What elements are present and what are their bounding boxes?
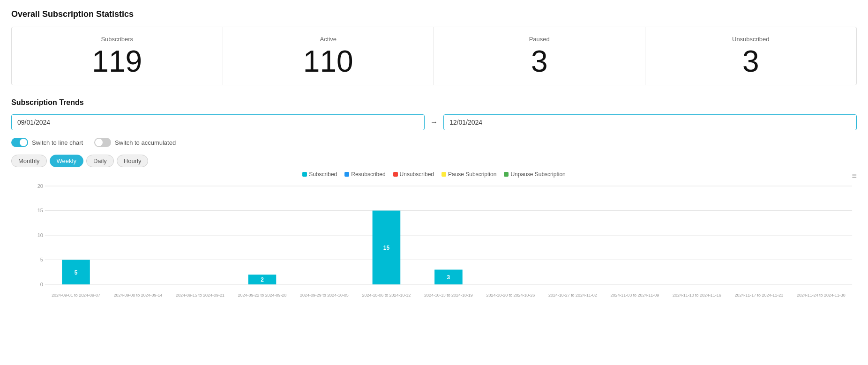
chart-wrapper: Subscribed Resubscribed Unsubscribed Pau… — [11, 171, 857, 313]
toggle-1[interactable] — [94, 138, 111, 147]
svg-text:2024-11-17 to 2024-11-23: 2024-11-17 to 2024-11-23 — [734, 293, 783, 298]
period-btn-weekly[interactable]: Weekly — [50, 155, 83, 167]
legend-label: Resubscribed — [351, 171, 385, 178]
chart-area: 05101520521532024-09-01 to 2024-09-07202… — [11, 181, 857, 313]
svg-text:2: 2 — [261, 276, 264, 283]
section-title: Subscription Trends — [11, 98, 857, 107]
svg-text:3: 3 — [447, 274, 450, 281]
stat-label: Active — [232, 36, 425, 43]
svg-text:2024-10-06 to 2024-10-12: 2024-10-06 to 2024-10-12 — [362, 293, 411, 298]
stat-value: 3 — [655, 46, 847, 76]
svg-text:0: 0 — [40, 282, 43, 287]
svg-text:2024-10-13 to 2024-10-19: 2024-10-13 to 2024-10-19 — [424, 293, 473, 298]
chart-legend: Subscribed Resubscribed Unsubscribed Pau… — [11, 171, 857, 178]
svg-text:5: 5 — [75, 269, 78, 276]
period-btn-daily[interactable]: Daily — [86, 155, 114, 167]
date-range-row: → — [11, 114, 857, 130]
legend-item-resubscribed: Resubscribed — [344, 171, 385, 178]
legend-dot — [344, 172, 349, 177]
toggle-group-1: Switch to accumulated — [94, 138, 176, 147]
start-date-input[interactable] — [11, 114, 425, 130]
svg-text:2024-09-08 to 2024-09-14: 2024-09-08 to 2024-09-14 — [114, 293, 163, 298]
stats-grid: Subscribers 119 Active 110 Paused 3 Unsu… — [11, 27, 857, 85]
end-date-input[interactable] — [443, 114, 857, 130]
legend-item-pause-subscription: Pause Subscription — [441, 171, 496, 178]
legend-item-unsubscribed: Unsubscribed — [393, 171, 434, 178]
chart-svg: 05101520521532024-09-01 to 2024-09-07202… — [28, 181, 857, 298]
svg-text:2024-09-22 to 2024-09-28: 2024-09-22 to 2024-09-28 — [238, 293, 287, 298]
legend-dot — [302, 172, 307, 177]
legend-label: Unpause Subscription — [510, 171, 565, 178]
toggle-group-0: Switch to line chart — [11, 138, 83, 147]
svg-text:2024-11-03 to 2024-11-09: 2024-11-03 to 2024-11-09 — [611, 293, 659, 298]
svg-text:2024-11-24 to 2024-11-30: 2024-11-24 to 2024-11-30 — [797, 293, 846, 298]
svg-text:2024-09-29 to 2024-10-05: 2024-09-29 to 2024-10-05 — [300, 293, 349, 298]
svg-text:2024-09-01 to 2024-09-07: 2024-09-01 to 2024-09-07 — [52, 293, 100, 298]
svg-text:20: 20 — [37, 183, 43, 189]
svg-text:2024-10-20 to 2024-10-26: 2024-10-20 to 2024-10-26 — [486, 293, 535, 298]
svg-text:2024-10-27 to 2024-11-02: 2024-10-27 to 2024-11-02 — [548, 293, 597, 298]
stat-card-subscribers: Subscribers 119 — [12, 27, 223, 85]
period-btn-hourly[interactable]: Hourly — [117, 155, 149, 167]
stat-value: 110 — [232, 46, 425, 76]
stat-value: 119 — [21, 46, 213, 76]
svg-text:2024-09-15 to 2024-09-21: 2024-09-15 to 2024-09-21 — [176, 293, 224, 298]
legend-dot — [393, 172, 398, 177]
svg-text:5: 5 — [40, 257, 43, 262]
svg-text:2024-11-10 to 2024-11-16: 2024-11-10 to 2024-11-16 — [673, 293, 721, 298]
period-buttons: MonthlyWeeklyDailyHourly — [11, 155, 857, 167]
stat-value: 3 — [443, 46, 636, 76]
stat-card-unsubscribed: Unsubscribed 3 — [645, 27, 857, 85]
svg-text:15: 15 — [383, 245, 390, 251]
legend-item-unpause-subscription: Unpause Subscription — [504, 171, 565, 178]
controls-row: Switch to line chart Switch to accumulat… — [11, 138, 857, 147]
toggle-label-1: Switch to accumulated — [115, 139, 176, 146]
chart-menu-icon[interactable]: ≡ — [852, 171, 857, 181]
stat-card-active: Active 110 — [223, 27, 434, 85]
toggle-label-0: Switch to line chart — [32, 139, 83, 146]
toggle-0[interactable] — [11, 138, 28, 147]
page-title: Overall Subscription Statistics — [11, 9, 857, 19]
period-btn-monthly[interactable]: Monthly — [11, 155, 47, 167]
legend-label: Subscribed — [309, 171, 337, 178]
legend-item-subscribed: Subscribed — [302, 171, 337, 178]
legend-dot — [441, 172, 446, 177]
stat-label: Unsubscribed — [655, 36, 847, 43]
arrow-icon: → — [430, 118, 438, 127]
legend-dot — [504, 172, 509, 177]
page-container: Overall Subscription Statistics Subscrib… — [0, 0, 868, 322]
svg-text:15: 15 — [37, 208, 43, 213]
legend-label: Pause Subscription — [448, 171, 496, 178]
svg-text:10: 10 — [37, 232, 43, 238]
stat-card-paused: Paused 3 — [434, 27, 645, 85]
stat-label: Paused — [443, 36, 636, 43]
stat-label: Subscribers — [21, 36, 213, 43]
legend-label: Unsubscribed — [400, 171, 434, 178]
